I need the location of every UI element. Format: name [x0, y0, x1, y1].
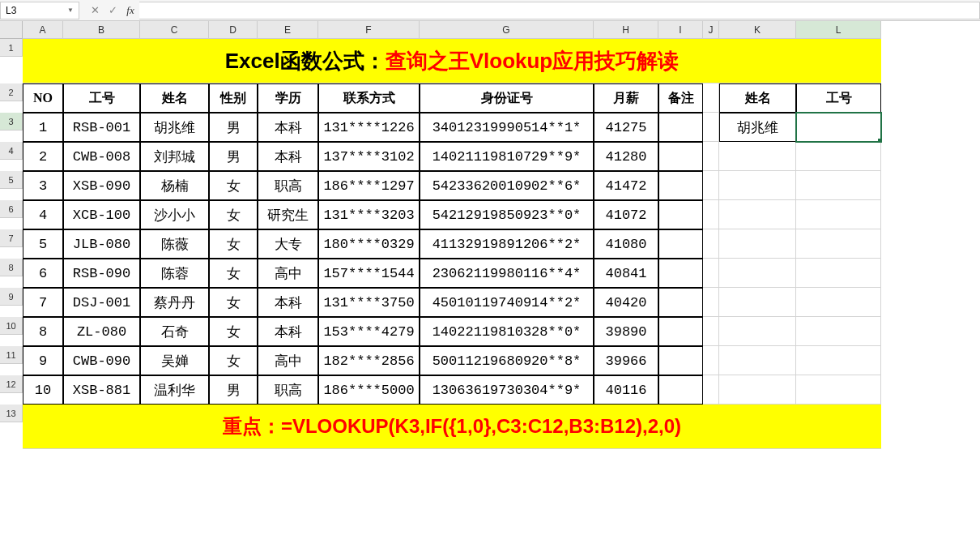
- data-cell[interactable]: 40116: [594, 375, 658, 405]
- row-header-2[interactable]: 2: [0, 83, 23, 101]
- data-cell[interactable]: 131****1226: [318, 113, 420, 142]
- row-header-13[interactable]: 13: [0, 405, 23, 422]
- row-header-3[interactable]: 3: [0, 113, 23, 131]
- data-cell[interactable]: 7: [23, 288, 63, 317]
- data-cell[interactable]: CWB-090: [63, 346, 140, 375]
- data-cell[interactable]: 刘邦城: [140, 142, 209, 171]
- data-cell[interactable]: 153****4279: [318, 317, 420, 346]
- data-cell[interactable]: 2: [23, 142, 63, 171]
- select-all-corner[interactable]: [0, 21, 23, 39]
- data-cell[interactable]: 41072: [594, 200, 658, 229]
- column-header-D[interactable]: D: [209, 21, 258, 39]
- data-cell[interactable]: 10: [23, 375, 63, 405]
- data-cell[interactable]: 40420: [594, 288, 658, 317]
- data-cell[interactable]: 6: [23, 259, 63, 288]
- row-header-4[interactable]: 4: [0, 142, 23, 160]
- row-header-12[interactable]: 12: [0, 375, 23, 393]
- data-cell[interactable]: 34012319990514**1*: [420, 113, 594, 142]
- data-cell[interactable]: [658, 288, 703, 317]
- data-cell[interactable]: [658, 113, 703, 142]
- data-cell[interactable]: 陈蓉: [140, 259, 209, 288]
- row-header-5[interactable]: 5: [0, 171, 23, 189]
- data-cell[interactable]: 沙小小: [140, 200, 209, 229]
- data-cell[interactable]: 女: [209, 288, 258, 317]
- data-cell[interactable]: 45010119740914**2*: [420, 288, 594, 317]
- data-cell[interactable]: 吴婵: [140, 346, 209, 375]
- data-cell[interactable]: RSB-090: [63, 259, 140, 288]
- row-header-9[interactable]: 9: [0, 288, 23, 306]
- data-cell[interactable]: [658, 142, 703, 171]
- data-cell[interactable]: [658, 200, 703, 229]
- data-cell[interactable]: [658, 171, 703, 200]
- data-cell[interactable]: 182****2856: [318, 346, 420, 375]
- data-cell[interactable]: 研究生: [258, 200, 318, 229]
- data-cell[interactable]: 9: [23, 346, 63, 375]
- data-cell[interactable]: [658, 317, 703, 346]
- data-cell[interactable]: 39890: [594, 317, 658, 346]
- data-cell[interactable]: [658, 259, 703, 288]
- confirm-icon[interactable]: ✓: [104, 2, 121, 19]
- row-header-6[interactable]: 6: [0, 200, 23, 218]
- data-cell[interactable]: 本科: [258, 142, 318, 171]
- data-cell[interactable]: 职高: [258, 375, 318, 405]
- data-cell[interactable]: 本科: [258, 317, 318, 346]
- column-header-B[interactable]: B: [63, 21, 140, 39]
- data-cell[interactable]: 本科: [258, 288, 318, 317]
- data-cell[interactable]: 女: [209, 259, 258, 288]
- data-cell[interactable]: 131****3203: [318, 200, 420, 229]
- data-cell[interactable]: 41472: [594, 171, 658, 200]
- lookup-name-cell[interactable]: 胡兆维: [719, 113, 796, 142]
- data-cell[interactable]: 5: [23, 229, 63, 259]
- column-header-J[interactable]: J: [703, 21, 719, 39]
- data-cell[interactable]: [658, 346, 703, 375]
- column-header-A[interactable]: A: [23, 21, 63, 39]
- data-cell[interactable]: 186****5000: [318, 375, 420, 405]
- row-header-10[interactable]: 10: [0, 317, 23, 335]
- data-cell[interactable]: 54233620010902**6*: [420, 171, 594, 200]
- data-cell[interactable]: 54212919850923**0*: [420, 200, 594, 229]
- data-cell[interactable]: 陈薇: [140, 229, 209, 259]
- data-cell[interactable]: 40841: [594, 259, 658, 288]
- data-cell[interactable]: 女: [209, 200, 258, 229]
- row-header-7[interactable]: 7: [0, 229, 23, 247]
- column-header-G[interactable]: G: [420, 21, 594, 39]
- column-header-K[interactable]: K: [719, 21, 796, 39]
- data-cell[interactable]: CWB-008: [63, 142, 140, 171]
- data-cell[interactable]: XSB-090: [63, 171, 140, 200]
- data-cell[interactable]: 男: [209, 142, 258, 171]
- row-header-1[interactable]: 1: [0, 39, 23, 57]
- column-header-E[interactable]: E: [258, 21, 318, 39]
- data-cell[interactable]: RSB-001: [63, 113, 140, 142]
- data-cell[interactable]: 157****1544: [318, 259, 420, 288]
- data-cell[interactable]: 41132919891206**2*: [420, 229, 594, 259]
- column-header-F[interactable]: F: [318, 21, 420, 39]
- data-cell[interactable]: 23062119980116**4*: [420, 259, 594, 288]
- data-cell[interactable]: 职高: [258, 171, 318, 200]
- data-cell[interactable]: 1: [23, 113, 63, 142]
- data-cell[interactable]: 女: [209, 229, 258, 259]
- data-cell[interactable]: 39966: [594, 346, 658, 375]
- data-cell[interactable]: 131****3750: [318, 288, 420, 317]
- column-header-C[interactable]: C: [140, 21, 209, 39]
- data-cell[interactable]: 女: [209, 171, 258, 200]
- data-cell[interactable]: 8: [23, 317, 63, 346]
- row-header-8[interactable]: 8: [0, 259, 23, 276]
- data-cell[interactable]: 50011219680920**8*: [420, 346, 594, 375]
- column-header-L[interactable]: L: [796, 21, 881, 39]
- data-cell[interactable]: 温利华: [140, 375, 209, 405]
- data-cell[interactable]: 男: [209, 113, 258, 142]
- data-cell[interactable]: 男: [209, 375, 258, 405]
- data-cell[interactable]: 186****1297: [318, 171, 420, 200]
- data-cell[interactable]: XSB-881: [63, 375, 140, 405]
- formula-input[interactable]: [139, 2, 980, 19]
- data-cell[interactable]: 14022119810328**0*: [420, 317, 594, 346]
- data-cell[interactable]: 41080: [594, 229, 658, 259]
- data-cell[interactable]: 180****0329: [318, 229, 420, 259]
- data-cell[interactable]: 石奇: [140, 317, 209, 346]
- fx-icon[interactable]: fx: [121, 2, 139, 19]
- data-cell[interactable]: 女: [209, 317, 258, 346]
- column-header-H[interactable]: H: [594, 21, 658, 39]
- data-cell[interactable]: 大专: [258, 229, 318, 259]
- data-cell[interactable]: 女: [209, 346, 258, 375]
- data-cell[interactable]: 胡兆维: [140, 113, 209, 142]
